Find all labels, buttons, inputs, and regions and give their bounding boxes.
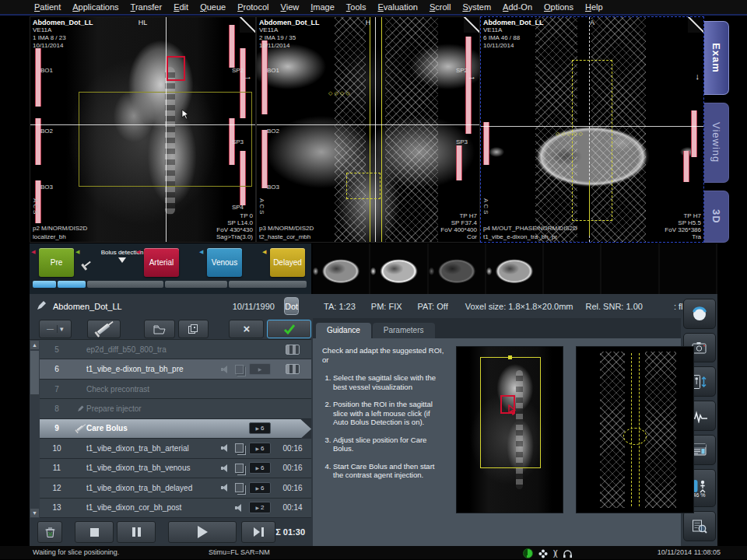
cancel-button[interactable]: × [229,320,264,338]
care-bolus-roi[interactable] [167,56,185,81]
queue-options-dropdown[interactable]: —▾ [39,320,72,338]
protocol-browser-button[interactable] [683,511,716,541]
slice-marker[interactable] [691,110,697,157]
tracking-region[interactable] [346,173,381,199]
phase-delayed[interactable]: Delayed [270,248,305,277]
protocol-header-bar: Abdomen_Dot_LL 10/11/1990 Dot TA: 1:23 P… [30,294,681,318]
orientation-label: HL [139,19,148,26]
page-peel-icon[interactable] [688,17,703,33]
slice-marker[interactable] [261,40,268,114]
axial-position-line[interactable] [257,124,479,125]
edit-pencil-icon [74,405,86,412]
menu-help[interactable]: Help [585,2,603,12]
viewport-coronal[interactable]: ◇◇◇◇ → Abdomen_Dot_LL VE11A 2 IMA 19 / 3… [256,16,480,243]
bolus-timeline: ◀ ◀ ◀ ◀ ◀ Pre Bolus detection Arterial V… [30,243,311,294]
menu-edit[interactable]: Edit [174,2,188,12]
menu-view[interactable]: View [281,2,300,12]
tracking-column[interactable] [572,60,612,221]
edit-pencil-icon[interactable] [37,301,46,312]
slice-group-line[interactable] [370,17,370,242]
menu-queue[interactable]: Queue [200,2,226,12]
slice-marker[interactable] [456,145,462,180]
menu-options[interactable]: Options [544,2,573,12]
menu-scroll[interactable]: Scroll [430,2,451,12]
queue-scrollbar[interactable]: ▲ ▼ [30,340,40,518]
page-peel-icon[interactable] [464,17,479,33]
slice-marker[interactable] [229,25,235,68]
speaker-icon [221,464,230,472]
queue-row-13[interactable]: 13 t1_vibe_dixon_cor_bh_post ▶2 00:14 [40,499,311,518]
slice-handle-markers[interactable]: ◇◇◇◇ [328,90,352,96]
phase-pre[interactable]: Pre [39,248,74,277]
queue-row-11[interactable]: 11 t1_vibe_dixon_tra_bh_venous ▶6 00:16 [40,459,311,478]
menu-system[interactable]: System [462,2,491,12]
copy-protocol-button[interactable] [178,320,209,338]
open-protocol-button[interactable] [144,320,175,338]
scroll-right-icon[interactable]: → [244,72,252,81]
queue-row-12[interactable]: 12 t1_vibe_dixon_tra_bh_delayed ▶6 00:16 [40,478,311,498]
film-icon[interactable] [286,364,300,374]
scrollbar-thumb[interactable] [30,351,39,394]
slice-marker[interactable] [683,151,689,182]
queue-row-7[interactable]: 7 Check precontrast [40,380,311,399]
slice-position-line[interactable] [375,17,376,242]
guidance-step: Position the ROI in the sagittal slice w… [333,400,445,427]
slice-position-line[interactable] [166,17,167,242]
phase-arterial[interactable]: Arterial [144,248,179,277]
film-icon[interactable] [286,345,300,355]
menu-applications[interactable]: Applications [72,2,118,12]
image-thumbnail[interactable] [429,243,486,294]
slice-group-line[interactable] [381,17,382,242]
tab-parameters[interactable]: Parameters [373,323,435,338]
slice-handle-markers[interactable]: ◇◇◇◇◇ [556,131,584,137]
copy-icon [188,324,198,334]
phase-venous[interactable]: Venous [207,248,242,277]
tab-guidance[interactable]: Guidance [316,323,371,338]
menu-patient[interactable]: Patient [34,2,61,12]
guidance-panel: Check and adapt the suggested ROI, or Se… [313,338,681,546]
viewport-axial-selected[interactable]: ◇◇◇◇◇ ↓ Abdomen_Dot_LL VE11A 6 IMA 46 / … [480,16,704,243]
image-thumbnail[interactable] [486,243,544,294]
slice-marker[interactable] [483,122,489,165]
tab-exam[interactable]: Exam [704,21,729,95]
measurement-queue: —▾ × [30,318,311,546]
pause-button[interactable] [117,521,156,543]
tab-3d[interactable]: 3D [704,191,729,243]
scroll-down-icon[interactable]: ▼ [30,509,39,517]
stop-button[interactable] [75,521,114,543]
dot-button[interactable]: Dot [284,297,299,315]
menu-transfer[interactable]: Transfer [131,2,163,12]
viewport-sagittal[interactable]: → Abdomen_Dot_LL VE11A 1 IMA 8 / 23 10/1… [30,16,256,243]
slice-marker[interactable] [35,48,41,107]
menu-addon[interactable]: Add-On [503,2,532,12]
menu-evaluation[interactable]: Evaluation [377,2,417,12]
scroll-down-icon[interactable]: ↓ [696,72,700,81]
queue-row-10[interactable]: 10 t1_vibe_dixon_tra_bh_arterial ▶6 00:1… [40,439,311,458]
scroll-right-icon[interactable]: → [468,72,476,81]
menu-tools[interactable]: Tools [346,2,366,12]
image-thumbnail[interactable] [313,243,370,294]
menu-protocol[interactable]: Protocol [237,2,268,12]
guidance-instructions: Check and adapt the suggested ROI, or Se… [322,346,445,538]
start-button[interactable] [168,521,237,543]
menu-image[interactable]: Image [310,2,335,12]
skip-button[interactable] [241,521,275,543]
guidance-sagittal-preview [456,346,563,513]
tab-viewing[interactable]: Viewing [704,103,729,184]
page-peel-icon[interactable] [240,17,255,33]
apply-button[interactable] [267,320,311,338]
image-thumbnail[interactable] [370,243,428,294]
discard-button[interactable] [37,521,62,543]
slice-marker[interactable] [35,118,41,165]
head-coil-button[interactable] [683,299,716,329]
scroll-up-icon[interactable]: ▲ [30,341,39,349]
queue-row-8[interactable]: 8 Prepare injector [40,399,311,418]
queue-row-9-selected[interactable]: 9 Care Bolus ▶6 [40,419,311,439]
measurement-badge: ▶6 [249,482,271,494]
axial-position-line[interactable] [30,124,255,125]
queue-row-5[interactable]: 5 ep2d_diff_b50_800_tra [40,340,311,359]
queue-row-6[interactable]: 6 t1_vibe_e-dixon_tra_bh_pre ▶ [40,359,311,379]
slice-marker[interactable] [261,130,268,188]
slice-marker[interactable] [465,37,472,134]
inject-button[interactable] [87,320,121,338]
